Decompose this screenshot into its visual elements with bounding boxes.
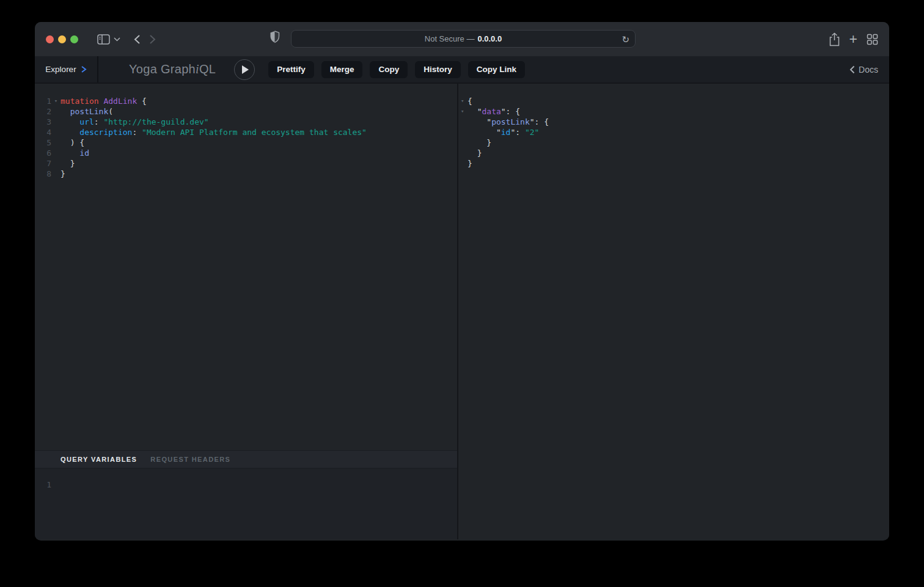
- line-number: 8: [35, 169, 51, 179]
- line-number: 6: [35, 148, 51, 158]
- fold-gutter: [51, 148, 61, 158]
- code-line: 1: [35, 479, 457, 490]
- docs-chevron-icon: [849, 65, 855, 74]
- close-window-button[interactable]: [46, 35, 54, 43]
- security-label: Not Secure —: [425, 34, 475, 43]
- page-title: Yoga GraphiQL: [129, 62, 216, 76]
- refresh-icon[interactable]: ↻: [622, 34, 629, 43]
- play-icon: [242, 65, 249, 74]
- secondary-editor-tabbar: QUERY VARIABLES REQUEST HEADERS: [35, 450, 457, 469]
- code-line: }: [458, 148, 889, 158]
- sidebar-toggle-icon[interactable]: [97, 34, 110, 45]
- code-line: 7 }: [35, 158, 457, 169]
- fold-gutter: [458, 158, 468, 169]
- code-line: 6 id: [35, 148, 457, 158]
- line-number: 7: [35, 158, 51, 169]
- code-text: }: [468, 137, 491, 148]
- code-line: 1▾mutation AddLink {: [35, 96, 457, 106]
- line-number: 1: [35, 96, 51, 106]
- code-text: {: [468, 96, 472, 106]
- toolbar-buttons: Prettify Merge Copy History Copy Link: [268, 61, 525, 78]
- left-pane: 1▾mutation AddLink {2 postLink(3 url: "h…: [35, 84, 457, 539]
- code-line: }: [458, 158, 889, 169]
- code-line: 3 url: "http://the-guild.dev": [35, 117, 457, 127]
- prettify-button[interactable]: Prettify: [268, 61, 314, 78]
- back-icon[interactable]: [134, 34, 141, 45]
- code-text: "id": "2": [468, 127, 539, 137]
- merge-button[interactable]: Merge: [321, 61, 363, 78]
- query-variables-editor[interactable]: 1: [35, 469, 457, 539]
- code-text: "data": {: [468, 106, 520, 117]
- code-text: postLink(: [61, 106, 113, 117]
- fold-gutter: [51, 137, 61, 148]
- explorer-toggle-button[interactable]: Explorer: [35, 56, 98, 82]
- graphiql-toolbar: Explorer Yoga GraphiQL Prettify Merge Co…: [35, 56, 889, 84]
- code-text: url: "http://the-guild.dev": [61, 117, 209, 127]
- fold-gutter: [458, 117, 468, 127]
- line-number: 3: [35, 117, 51, 127]
- code-text: description: "Modern API Platform and ec…: [61, 127, 367, 137]
- tab-request-headers[interactable]: REQUEST HEADERS: [150, 456, 230, 463]
- history-button[interactable]: History: [415, 61, 461, 78]
- code-text: ) {: [61, 137, 84, 148]
- browser-titlebar: Not Secure — 0.0.0.0 ↻ +: [35, 22, 889, 56]
- zoom-window-button[interactable]: [70, 35, 78, 43]
- fold-gutter: [51, 106, 61, 117]
- response-viewer[interactable]: ▾{▾ "data": { "postLink": { "id": "2" } …: [458, 84, 889, 539]
- fold-arrow-icon[interactable]: ▾: [51, 96, 61, 106]
- explorer-chevron-icon: [81, 65, 87, 73]
- query-editor[interactable]: 1▾mutation AddLink {2 postLink(3 url: "h…: [35, 84, 457, 450]
- code-text: "postLink": {: [468, 117, 549, 127]
- share-icon[interactable]: [829, 32, 840, 46]
- code-text: }: [468, 158, 472, 169]
- window-controls: [46, 35, 78, 43]
- code-line: "postLink": {: [458, 117, 889, 127]
- explorer-label: Explorer: [45, 65, 76, 74]
- fold-arrow-icon[interactable]: ▾: [458, 96, 468, 106]
- code-text: }: [468, 148, 482, 158]
- url-text: 0.0.0.0: [477, 34, 502, 43]
- fold-gutter: [51, 127, 61, 137]
- execute-query-button[interactable]: [234, 59, 255, 80]
- graphiql-content: 1▾mutation AddLink {2 postLink(3 url: "h…: [35, 84, 889, 539]
- code-text: }: [61, 158, 75, 169]
- code-line: ▾ "data": {: [458, 106, 889, 117]
- code-line: 2 postLink(: [35, 106, 457, 117]
- fold-gutter: [458, 148, 468, 158]
- line-number: 5: [35, 137, 51, 148]
- fold-gutter: [51, 479, 61, 490]
- tab-overview-icon[interactable]: [867, 34, 878, 45]
- fold-gutter: [458, 137, 468, 148]
- copy-button[interactable]: Copy: [370, 61, 408, 78]
- code-text: }: [61, 169, 65, 179]
- minimize-window-button[interactable]: [58, 35, 66, 43]
- line-number: 2: [35, 106, 51, 117]
- fold-arrow-icon[interactable]: ▾: [458, 106, 468, 117]
- fold-gutter: [51, 117, 61, 127]
- line-number: 1: [35, 479, 51, 490]
- new-tab-icon[interactable]: +: [849, 32, 857, 46]
- copy-link-button[interactable]: Copy Link: [468, 61, 525, 78]
- code-line: ▾{: [458, 96, 889, 106]
- fold-gutter: [458, 127, 468, 137]
- shield-icon[interactable]: [270, 31, 280, 43]
- line-number: 4: [35, 127, 51, 137]
- browser-window: Not Secure — 0.0.0.0 ↻ +: [35, 22, 889, 541]
- fold-gutter: [51, 169, 61, 179]
- code-line: }: [458, 137, 889, 148]
- code-line: 5 ) {: [35, 137, 457, 148]
- code-line: 4 description: "Modern API Platform and …: [35, 127, 457, 137]
- docs-button[interactable]: Docs: [849, 65, 878, 75]
- chevron-down-icon[interactable]: [114, 37, 120, 42]
- tab-query-variables[interactable]: QUERY VARIABLES: [61, 456, 137, 463]
- code-text: mutation AddLink {: [61, 96, 147, 106]
- address-bar[interactable]: Not Secure — 0.0.0.0 ↻: [291, 30, 636, 48]
- code-line: "id": "2": [458, 127, 889, 137]
- code-line: 8}: [35, 169, 457, 179]
- code-text: id: [61, 148, 89, 158]
- docs-label: Docs: [859, 65, 878, 75]
- forward-icon[interactable]: [149, 34, 156, 45]
- fold-gutter: [51, 158, 61, 169]
